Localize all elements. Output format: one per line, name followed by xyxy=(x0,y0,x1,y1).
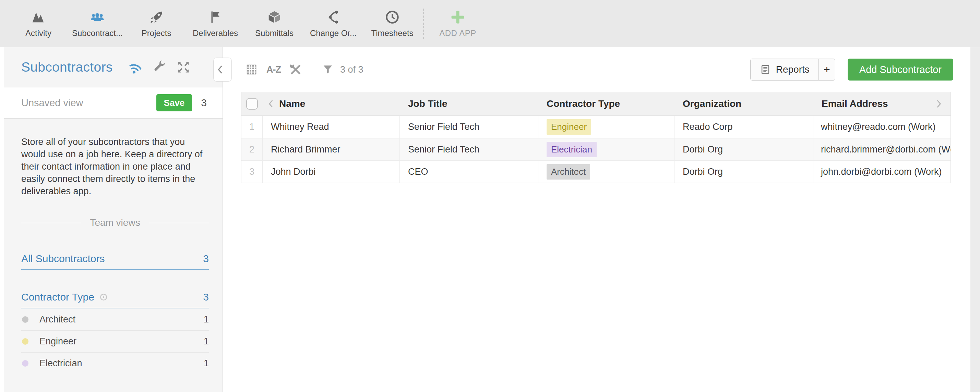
sidebar-view-contractor-type[interactable]: Contractor Type 3 xyxy=(21,291,209,308)
cell-contractor-type: Engineer xyxy=(538,116,675,138)
filter-funnel-icon xyxy=(320,62,336,77)
chevron-left-icon xyxy=(216,64,224,75)
app-item-activity[interactable]: Activity xyxy=(9,4,68,43)
new-report-button[interactable]: + xyxy=(818,59,835,80)
app-item-label: Activity xyxy=(25,29,51,38)
table-row[interactable]: 1 Whitney Read Senior Field Tech Enginee… xyxy=(242,116,950,138)
contractor-type-breakdown: Architect 1 Engineer 1 Electrician 1 xyxy=(21,308,209,374)
cell-email: richard.brimmer@dorbi.com (Work) xyxy=(813,138,950,160)
tools-icon[interactable] xyxy=(288,62,303,77)
column-header-job-title[interactable]: Job Title xyxy=(400,92,538,116)
chevron-right-icon xyxy=(935,99,942,108)
table-header-row: Name Job Title Contractor Type Organizat… xyxy=(242,92,950,116)
type-count: 1 xyxy=(204,336,209,347)
contractor-type-badge: Architect xyxy=(547,164,590,179)
row-number: 3 xyxy=(242,161,262,183)
column-header-name[interactable]: Name xyxy=(262,92,400,116)
flag-icon xyxy=(207,9,224,25)
cell-name: Whitney Read xyxy=(262,116,400,138)
type-filter-engineer[interactable]: Engineer 1 xyxy=(21,330,209,352)
view-link-label: All Subcontractors xyxy=(21,253,105,265)
column-label: Organization xyxy=(683,98,741,109)
scroll-columns-right-button[interactable] xyxy=(935,92,942,116)
app-item-label: Change Or... xyxy=(310,29,356,38)
app-item-deliverables[interactable]: Deliverables xyxy=(186,4,245,43)
app-item-submittals[interactable]: Submittals xyxy=(245,4,304,43)
reports-button-group: Reports + xyxy=(750,59,835,81)
app-bar: Activity Subcontract... Projects Deliv xyxy=(0,0,980,47)
view-link-label: Contractor Type xyxy=(21,291,94,303)
type-count: 1 xyxy=(204,314,209,325)
add-subcontractor-button[interactable]: Add Subcontractor xyxy=(848,59,953,81)
plus-icon xyxy=(450,9,466,25)
sidebar-view-all-subcontractors[interactable]: All Subcontractors 3 xyxy=(21,253,209,270)
table-layout-icon[interactable] xyxy=(244,62,259,77)
filter-control[interactable]: 3 of 3 xyxy=(320,62,363,77)
cell-contractor-type: Architect xyxy=(538,161,675,183)
cell-contractor-type: Electrician xyxy=(538,138,675,160)
left-gutter xyxy=(0,47,4,392)
column-label: Name xyxy=(279,98,305,109)
main-toolbar: A-Z 3 of 3 Reports + xyxy=(223,47,970,92)
webhooks-icon[interactable] xyxy=(128,60,143,75)
type-label: Engineer xyxy=(40,336,76,347)
cell-name: John Dorbi xyxy=(262,161,400,183)
clock-icon xyxy=(384,9,401,25)
row-number: 1 xyxy=(242,116,262,138)
app-bar-divider xyxy=(423,9,424,39)
app-item-projects[interactable]: Projects xyxy=(127,4,186,43)
sidebar-header: Subcontractors xyxy=(4,47,223,87)
app-item-label: Projects xyxy=(142,29,172,38)
records-table: Name Job Title Contractor Type Organizat… xyxy=(241,92,951,183)
sidebar-collapse-button[interactable] xyxy=(213,57,232,81)
cell-organization: Reado Corp xyxy=(675,116,813,138)
share-icon xyxy=(325,9,342,25)
team-views-divider: Team views xyxy=(21,217,209,228)
cell-job-title: Senior Field Tech xyxy=(400,138,538,160)
column-label: Email Address xyxy=(822,98,888,109)
app-item-subcontractors[interactable]: Subcontract... xyxy=(68,4,127,43)
cell-organization: Dorbi Org xyxy=(675,138,813,160)
view-link-count: 3 xyxy=(203,291,209,303)
column-header-contractor-type[interactable]: Contractor Type xyxy=(538,92,675,116)
team-views-label: Team views xyxy=(90,217,140,228)
type-filter-architect[interactable]: Architect 1 xyxy=(21,308,209,330)
select-all-checkbox[interactable] xyxy=(246,98,258,110)
cell-organization: Dorbi Org xyxy=(675,161,813,183)
cell-name: Richard Brimmer xyxy=(262,138,400,160)
cell-email: whitney@reado.com (Work) xyxy=(813,116,950,138)
table-row[interactable]: 2 Richard Brimmer Senior Field Tech Elec… xyxy=(242,138,950,160)
add-app-button[interactable]: ADD APP xyxy=(425,4,490,43)
table-row[interactable]: 3 John Dorbi CEO Architect Dorbi Org joh… xyxy=(242,160,950,183)
app-title: Subcontractors xyxy=(21,60,113,75)
save-view-button[interactable]: Save xyxy=(156,94,192,111)
contractor-type-badge: Electrician xyxy=(547,142,597,157)
cell-email: john.dorbi@dorbi.com (Work) xyxy=(813,161,950,183)
app-item-change-orders[interactable]: Change Or... xyxy=(304,4,363,43)
scrollbar-track xyxy=(970,47,980,392)
wrench-icon[interactable] xyxy=(152,60,167,75)
app-item-timesheets[interactable]: Timesheets xyxy=(363,4,422,43)
category-dot xyxy=(22,360,29,367)
column-header-organization[interactable]: Organization xyxy=(675,92,813,116)
sidebar: Subcontractors xyxy=(4,47,223,392)
column-header-email[interactable]: Email Address xyxy=(813,92,950,116)
app-item-label: Timesheets xyxy=(371,29,413,38)
type-filter-electrician[interactable]: Electrician 1 xyxy=(21,352,209,374)
view-count: 3 xyxy=(201,97,207,109)
main-content: A-Z 3 of 3 Reports + xyxy=(223,47,970,392)
row-number: 2 xyxy=(242,138,262,160)
app-item-label: Deliverables xyxy=(193,29,238,38)
type-count: 1 xyxy=(204,358,209,369)
target-icon xyxy=(99,293,108,302)
cell-job-title: Senior Field Tech xyxy=(400,116,538,138)
add-app-label: ADD APP xyxy=(439,29,476,38)
column-label: Contractor Type xyxy=(547,98,620,109)
chevron-left-icon[interactable] xyxy=(267,99,274,108)
expand-icon[interactable] xyxy=(176,60,191,75)
view-bar: Unsaved view Save 3 xyxy=(4,87,223,119)
sort-az-icon[interactable]: A-Z xyxy=(266,62,281,77)
app-item-label: Submittals xyxy=(255,29,294,38)
reports-label: Reports xyxy=(776,64,810,75)
reports-button[interactable]: Reports xyxy=(751,59,818,80)
